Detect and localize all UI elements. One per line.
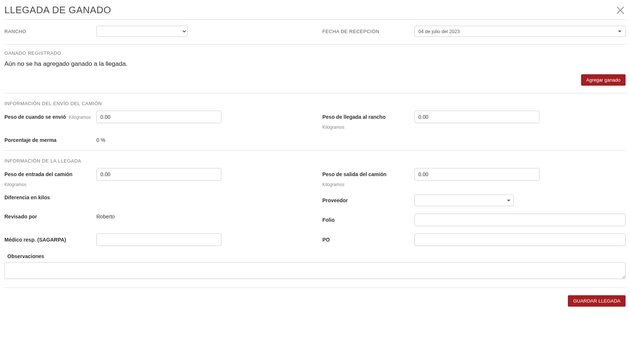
peso-envio-label: Peso de cuando se envió bbox=[4, 114, 66, 120]
po-label: PO bbox=[323, 237, 411, 243]
peso-salida-input[interactable] bbox=[414, 168, 540, 181]
folio-input[interactable] bbox=[414, 214, 626, 226]
peso-entrada-label: Peso de entrada del camión bbox=[4, 171, 93, 177]
fecha-recepcion-label: FECHA DE RECEPCIÓN bbox=[323, 29, 411, 34]
peso-envio-input[interactable] bbox=[96, 111, 221, 123]
medico-input[interactable] bbox=[96, 233, 221, 246]
merma-label: Porcentaje de merma bbox=[4, 137, 93, 143]
llegada-section-label: INFORMACIÓN DE LA LLEGADA bbox=[4, 158, 626, 164]
close-icon[interactable] bbox=[615, 5, 626, 15]
rancho-select[interactable] bbox=[96, 26, 188, 37]
peso-llegada-label: Peso de llegada al rancho bbox=[323, 114, 411, 120]
proveedor-select[interactable] bbox=[414, 195, 514, 206]
page-title: LLEGADA DE GANADO bbox=[4, 4, 111, 16]
peso-llegada-input[interactable] bbox=[414, 111, 540, 123]
merma-value: 0 % bbox=[96, 137, 105, 143]
fecha-recepcion-value: 04 de julio del 2023 bbox=[419, 29, 460, 34]
revisado-label: Revisado por bbox=[4, 214, 93, 220]
revisado-value: Roberto bbox=[96, 214, 115, 220]
agregar-ganado-button[interactable]: Agregar ganado bbox=[581, 74, 626, 86]
caret-down-icon bbox=[507, 200, 510, 201]
observaciones-label: Observaciones bbox=[4, 253, 626, 259]
caret-down-icon bbox=[618, 31, 622, 32]
ganado-empty-message: Aún no se ha agregado ganado a la llegad… bbox=[4, 60, 626, 68]
peso-salida-unit: Kilogramos bbox=[323, 182, 626, 187]
peso-envio-unit: Kilogramos bbox=[69, 115, 91, 120]
peso-llegada-unit: Kilogramos bbox=[323, 125, 626, 130]
medico-label: Médico resp. (SAGARPA) bbox=[4, 237, 93, 243]
peso-salida-label: Peso de salida del camión bbox=[323, 171, 411, 177]
envio-section-label: INFORMACIÓN DEL ENVÍO DEL CAMIÓN bbox=[4, 101, 626, 106]
peso-entrada-input[interactable] bbox=[96, 168, 221, 181]
observaciones-input[interactable] bbox=[4, 262, 626, 279]
guardar-llegada-button[interactable]: GUARDAR LLEGADA bbox=[568, 295, 626, 307]
peso-entrada-unit: Kilogramos bbox=[4, 182, 308, 187]
ganado-registrado-label: GANADO REGISTRADO bbox=[4, 50, 626, 56]
folio-label: Folio bbox=[323, 217, 411, 223]
rancho-label: RANCHO bbox=[4, 29, 93, 34]
proveedor-label: Proveedor bbox=[323, 197, 411, 203]
po-input[interactable] bbox=[414, 233, 626, 246]
dif-kilos-label: Diferencia en kilos bbox=[4, 195, 93, 200]
fecha-recepcion-picker[interactable]: 04 de julio del 2023 bbox=[414, 26, 626, 37]
